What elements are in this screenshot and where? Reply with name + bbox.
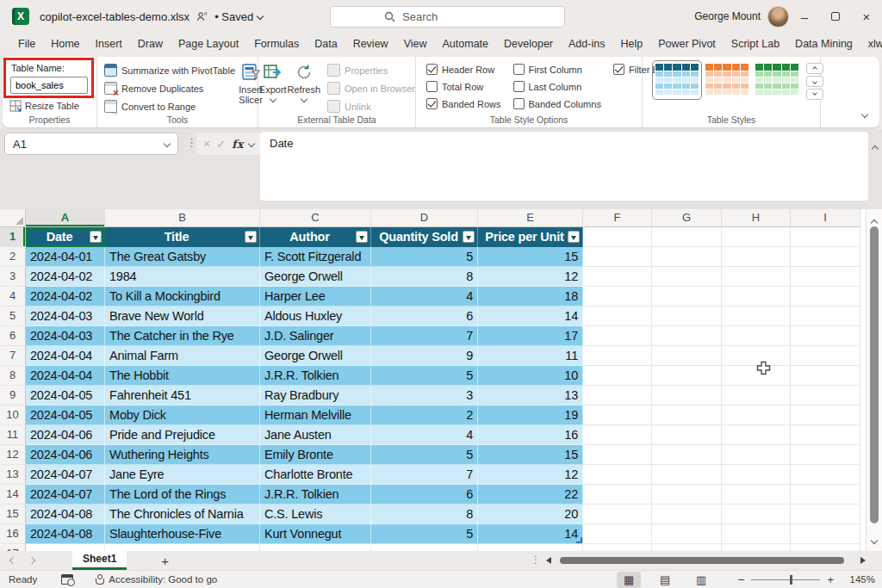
resize-table-button[interactable]: Resize Table [9, 100, 96, 112]
column-header-D[interactable]: D [371, 209, 478, 227]
cell-E5[interactable]: 14 [478, 306, 583, 326]
cell-I16[interactable] [791, 524, 860, 544]
cell-A3[interactable]: 2024-04-02 [26, 267, 105, 287]
column-header-B[interactable]: B [105, 209, 260, 227]
row-number-7[interactable]: 7 [0, 346, 26, 366]
maximize-button[interactable] [820, 0, 851, 33]
cell-A6[interactable]: 2024-04-03 [26, 326, 105, 346]
cell-G7[interactable] [652, 346, 722, 366]
cell-I7[interactable] [791, 346, 860, 366]
cell-F3[interactable] [583, 267, 652, 287]
tab-home[interactable]: Home [43, 33, 87, 57]
tab-script-lab[interactable]: Script Lab [724, 33, 787, 57]
account-name[interactable]: George Mount [694, 10, 761, 22]
cell-H2[interactable] [722, 247, 791, 267]
cell-B6[interactable]: The Catcher in the Rye [105, 326, 260, 346]
table-name-input[interactable] [10, 77, 88, 94]
checkbox-total-row[interactable]: Total Row [426, 81, 501, 92]
row-number-14[interactable]: 14 [0, 485, 26, 504]
filter-button-quantity-sold[interactable] [463, 231, 475, 243]
cell-I13[interactable] [791, 465, 860, 485]
close-button[interactable]: × [851, 0, 882, 33]
previous-sheet-icon[interactable] [9, 557, 16, 564]
cell-D11[interactable]: 4 [371, 425, 478, 445]
cell-B7[interactable]: Animal Farm [105, 346, 260, 366]
cell-G12[interactable] [652, 445, 722, 465]
cell-H1[interactable] [722, 227, 791, 247]
scroll-down-icon[interactable] [872, 531, 877, 547]
next-sheet-icon[interactable] [28, 557, 35, 564]
insert-function-icon[interactable]: fx [232, 138, 243, 151]
remove-duplicates-button[interactable]: Remove Duplicates [104, 80, 235, 96]
tab-insert[interactable]: Insert [88, 33, 130, 57]
cell-H10[interactable] [722, 405, 791, 425]
cell-E4[interactable]: 18 [478, 287, 583, 306]
row-number-11[interactable]: 11 [0, 425, 26, 445]
cell-F10[interactable] [583, 405, 652, 425]
cell-A5[interactable]: 2024-04-03 [26, 306, 105, 326]
cell-F2[interactable] [583, 247, 652, 267]
cell-E16[interactable]: 14 [478, 524, 583, 544]
cell-D3[interactable]: 8 [371, 267, 478, 287]
table-style-blue[interactable] [655, 63, 699, 97]
cell-E17[interactable] [478, 544, 583, 551]
cell-C8[interactable]: J.R.R. Tolkien [260, 366, 371, 386]
cell-A13[interactable]: 2024-04-07 [26, 465, 105, 485]
cell-A8[interactable]: 2024-04-04 [26, 366, 105, 386]
cell-G13[interactable] [652, 465, 722, 485]
cell-A9[interactable]: 2024-04-05 [26, 386, 105, 405]
cell-G3[interactable] [652, 267, 722, 287]
cell-C2[interactable]: F. Scott Fitzgerald [260, 247, 371, 267]
horizontal-scroll-thumb[interactable] [560, 557, 844, 564]
tab-automate[interactable]: Automate [435, 33, 497, 57]
cell-H9[interactable] [722, 386, 791, 405]
cell-C6[interactable]: J.D. Salinger [260, 326, 371, 346]
cell-C10[interactable]: Herman Melville [260, 405, 371, 425]
tab-draw[interactable]: Draw [130, 33, 171, 57]
cell-F6[interactable] [583, 326, 652, 346]
cell-G10[interactable] [652, 405, 722, 425]
cell-G17[interactable] [652, 544, 722, 551]
page-layout-view-button[interactable]: ▤ [653, 572, 677, 588]
tab-page-layout[interactable]: Page Layout [171, 33, 246, 57]
cell-B4[interactable]: To Kill a Mockingbird [105, 287, 260, 306]
cell-E14[interactable]: 22 [478, 485, 583, 504]
cell-B14[interactable]: The Lord of the Rings [105, 485, 260, 504]
cell-C4[interactable]: Harper Lee [260, 287, 371, 306]
zoom-level[interactable]: 145% [846, 574, 875, 585]
cell-F4[interactable] [583, 287, 652, 306]
cell-F9[interactable] [583, 386, 652, 405]
cell-C12[interactable]: Emily Bronte [260, 445, 371, 465]
filter-button-price-per-unit[interactable] [568, 231, 580, 243]
cancel-entry-icon[interactable]: × [203, 137, 210, 151]
cell-F14[interactable] [583, 485, 652, 504]
page-break-view-button[interactable]: ▥ [689, 572, 713, 588]
cell-I6[interactable] [791, 326, 860, 346]
cell-F8[interactable] [583, 366, 652, 386]
cell-A15[interactable]: 2024-04-08 [26, 504, 105, 524]
cell-E2[interactable]: 15 [478, 247, 583, 267]
zoom-slider[interactable] [751, 579, 820, 580]
cell-D8[interactable]: 5 [371, 366, 478, 386]
row-number-9[interactable]: 9 [0, 386, 26, 405]
document-title[interactable]: copilot-excel-tables-demo.xlsx [40, 10, 189, 23]
cell-C17[interactable] [260, 544, 371, 551]
cell-G14[interactable] [652, 485, 722, 504]
cell-D4[interactable]: 4 [371, 287, 478, 306]
cell-I9[interactable] [791, 386, 860, 405]
cell-H13[interactable] [722, 465, 791, 485]
cell-D14[interactable]: 6 [371, 485, 478, 504]
tab-data-mining[interactable]: Data Mining [787, 33, 860, 57]
cell-G11[interactable] [652, 425, 722, 445]
cell-H15[interactable] [722, 504, 791, 524]
checkbox-first-column[interactable]: First Column [513, 64, 601, 75]
cell-C16[interactable]: Kurt Vonnegut [260, 524, 371, 544]
formula-input[interactable]: Date [260, 132, 868, 201]
row-number-15[interactable]: 15 [0, 504, 26, 524]
autosave-status[interactable]: • Saved [214, 10, 263, 23]
column-header-E[interactable]: E [478, 209, 583, 227]
tab-xlwings[interactable]: xlwings [860, 33, 882, 57]
cell-G6[interactable] [652, 326, 722, 346]
header-cell-C1[interactable]: Author [260, 227, 371, 247]
cell-F15[interactable] [583, 504, 652, 524]
